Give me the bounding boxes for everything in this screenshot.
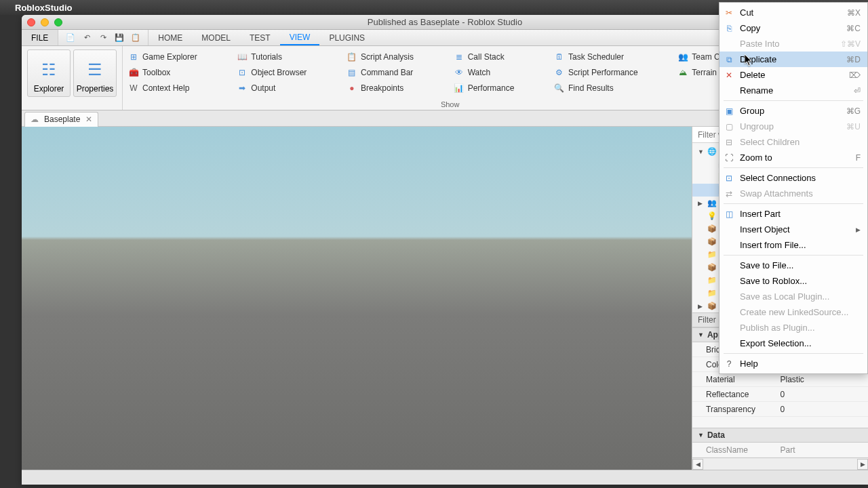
tab-test[interactable]: TEST — [240, 30, 280, 45]
undo-icon[interactable]: ↶ — [81, 33, 92, 43]
property-row[interactable]: Transparency0 — [692, 402, 868, 417]
performance-button[interactable]: 📊Performance — [454, 81, 546, 96]
new-doc-icon[interactable]: 📄 — [65, 33, 76, 43]
connections-icon: ⊡ — [724, 173, 734, 184]
game-explorer-button[interactable]: ⊞Game Explorer — [128, 49, 229, 64]
copy-icon: ⎘ — [724, 23, 734, 34]
call-stack-button[interactable]: ≣Call Stack — [454, 49, 546, 64]
script-analysis-button[interactable]: 📋Script Analysis — [347, 49, 446, 64]
swap-icon: ⇄ — [724, 188, 734, 199]
close-window-button[interactable] — [27, 18, 35, 26]
file-menu[interactable]: FILE — [22, 30, 58, 45]
task-scheduler-button[interactable]: 🗓Task Scheduler — [554, 49, 669, 64]
tutorials-button[interactable]: 📖Tutorials — [237, 49, 338, 64]
help-icon: ? — [724, 359, 734, 369]
context-menu: ✂Cut⌘X ⎘Copy⌘C Paste Into⇧⌘V ⧉Duplicate⌘… — [719, 2, 868, 374]
tab-view[interactable]: VIEW — [280, 30, 320, 45]
tab-model[interactable]: MODEL — [192, 30, 240, 45]
submenu-arrow-icon: ▶ — [856, 226, 861, 233]
save-icon[interactable]: 💾 — [114, 33, 125, 43]
property-row[interactable]: Reflectance0 — [692, 387, 868, 402]
cm-insert-part[interactable]: ◫Insert Part — [719, 206, 867, 222]
window-title: Published as Baseplate - Roblox Studio — [368, 17, 522, 27]
close-tab-icon[interactable]: ✕ — [85, 115, 92, 124]
cm-cut[interactable]: ✂Cut⌘X — [719, 5, 867, 20]
insert-part-icon: ◫ — [724, 209, 734, 220]
3d-viewport[interactable] — [22, 127, 692, 470]
paste-icon[interactable]: 📋 — [130, 33, 141, 43]
cm-copy[interactable]: ⎘Copy⌘C — [719, 20, 867, 36]
explorer-button[interactable]: ☷ Explorer — [27, 49, 71, 97]
properties-icon: ☰ — [83, 58, 106, 81]
toolbox-button[interactable]: 🧰Toolbox — [128, 65, 229, 80]
ungroup-icon: ▢ — [724, 121, 734, 132]
cm-insert-file[interactable]: Insert from File... — [719, 237, 867, 253]
cm-select-connections[interactable]: ⊡Select Connections — [719, 170, 867, 186]
cloud-icon: ☁ — [31, 115, 39, 124]
breakpoints-button[interactable]: ●Breakpoints — [347, 81, 446, 96]
tab-plugins[interactable]: PLUGINS — [319, 30, 374, 45]
cm-export-selection[interactable]: Export Selection... — [719, 336, 867, 351]
cut-icon: ✂ — [724, 7, 734, 18]
cm-publish-plugin: Publish as Plugin... — [719, 320, 867, 336]
duplicate-icon: ⧉ — [724, 54, 734, 65]
app-name[interactable]: RobloxStudio — [15, 3, 73, 13]
script-performance-button[interactable]: ⚙Script Performance — [554, 65, 669, 80]
zoom-icon: ⛶ — [724, 152, 734, 163]
cm-duplicate[interactable]: ⧉Duplicate⌘D — [719, 52, 867, 67]
scroll-left-icon[interactable]: ◀ — [692, 459, 703, 470]
object-browser-button[interactable]: ⊡Object Browser — [237, 65, 338, 80]
delete-icon: ✕ — [724, 70, 734, 81]
redo-icon[interactable]: ↷ — [98, 33, 108, 43]
cm-select-children: ⊟Select Children — [719, 134, 867, 150]
cm-delete[interactable]: ✕Delete⌦ — [719, 67, 867, 83]
scroll-right-icon[interactable]: ▶ — [857, 459, 868, 470]
cm-zoom-to[interactable]: ⛶Zoom toF — [719, 150, 867, 165]
command-bar-button[interactable]: ▤Command Bar — [347, 65, 446, 80]
watch-button[interactable]: 👁Watch — [454, 65, 546, 80]
find-results-button[interactable]: 🔍Find Results — [554, 81, 669, 96]
select-children-icon: ⊟ — [724, 137, 734, 148]
cm-ungroup: ▢Ungroup⌘U — [719, 119, 867, 134]
cm-swap-attachments: ⇄Swap Attachments — [719, 186, 867, 201]
horizontal-scrollbar[interactable]: ◀ ▶ — [692, 458, 868, 470]
cm-help[interactable]: ?Help — [719, 356, 867, 371]
mouse-cursor — [745, 54, 754, 66]
cm-rename[interactable]: Rename⏎ — [719, 83, 867, 98]
output-button[interactable]: ➡Output — [237, 81, 338, 96]
cm-paste-into: Paste Into⇧⌘V — [719, 36, 867, 52]
cm-insert-object[interactable]: Insert Object▶ — [719, 222, 867, 237]
context-help-button[interactable]: WContext Help — [128, 81, 229, 96]
document-tab[interactable]: ☁ Baseplate ✕ — [24, 112, 98, 127]
group-icon: ▣ — [724, 106, 734, 117]
cm-save-plugin: Save as Local Plugin... — [719, 289, 867, 304]
statusbar — [22, 470, 868, 485]
data-section[interactable]: ▼Data — [692, 428, 868, 443]
explorer-icon: ☷ — [37, 58, 60, 81]
properties-button[interactable]: ☰ Properties — [73, 49, 117, 97]
cm-save-file[interactable]: Save to File... — [719, 258, 867, 273]
show-group-label: Show — [128, 100, 772, 108]
cm-group[interactable]: ▣Group⌘G — [719, 103, 867, 119]
cm-save-roblox[interactable]: Save to Roblox... — [719, 273, 867, 289]
property-row[interactable]: MaterialPlastic — [692, 372, 868, 387]
cm-create-linked: Create new LinkedSource... — [719, 304, 867, 320]
minimize-window-button[interactable] — [41, 18, 49, 26]
document-tab-label: Baseplate — [44, 115, 80, 124]
tab-home[interactable]: HOME — [149, 30, 192, 45]
fullscreen-window-button[interactable] — [54, 18, 62, 26]
